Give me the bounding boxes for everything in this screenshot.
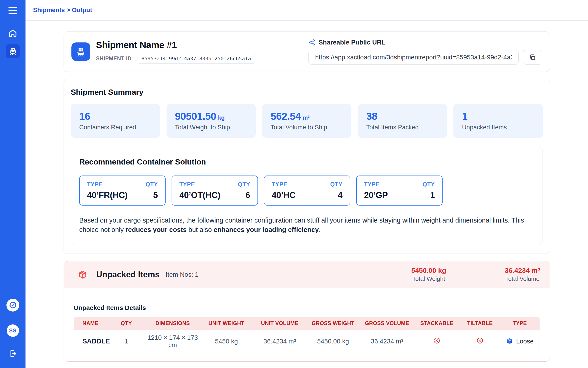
- column-header-qty: QTY: [106, 317, 146, 330]
- cube-icon: [506, 338, 513, 345]
- unpacked-items-title: Unpacked Items: [96, 270, 160, 279]
- container-type: 40’OT(HC): [179, 190, 220, 200]
- unpacked-item-count: Item Nos: 1: [166, 271, 198, 278]
- qty-label: QTY: [423, 181, 435, 188]
- container-qty: 6: [246, 190, 250, 200]
- column-header-name: NAME: [74, 317, 106, 330]
- breadcrumb[interactable]: Shipments > Output: [33, 7, 92, 14]
- cargo-ship-icon: [75, 46, 87, 57]
- copy-url-button[interactable]: [523, 50, 542, 65]
- stat-label: Total Items Packed: [366, 124, 447, 131]
- item-unit-volume: 36.4234 m³: [254, 330, 306, 353]
- total-weight-value: 5450.00 kg: [411, 267, 446, 274]
- stat-containers-required: 16 Containers Required: [71, 104, 160, 138]
- sidebar-item-home[interactable]: [6, 26, 20, 40]
- total-volume-value: 36.4234 m³: [505, 267, 540, 274]
- table-header-row: NAME QTY DIMENSIONS UNIT WEIGHT UNIT VOL…: [74, 317, 540, 330]
- stat-total-volume: 562.54m³ Total Volume to Ship: [262, 104, 351, 138]
- ship-icon: [8, 46, 18, 56]
- menu-hamburger-button[interactable]: [9, 7, 17, 14]
- total-weight-label: Total Weight: [411, 275, 446, 282]
- column-header-gross-weight: GROSS WEIGHT: [306, 317, 360, 330]
- description-bold: enhances your loading efficiency: [214, 226, 319, 233]
- container-type: 40’FR(HC): [87, 190, 127, 200]
- container-boxes: TYPEQTY 40’FR(HC)5 TYPEQTY 40’OT(HC)6 TY…: [79, 175, 534, 206]
- item-gross-weight: 5450.00 kg: [306, 330, 360, 353]
- container-option: TYPEQTY 40’HC4: [264, 175, 350, 206]
- shipment-id-value: 85953a14-99d2-4a37-833a-250f26c65a1a: [138, 54, 255, 64]
- stat-value: 1: [462, 110, 467, 122]
- hamburger-bar: [9, 7, 17, 8]
- copy-icon: [529, 54, 536, 61]
- item-name: SADDLE: [74, 330, 106, 353]
- top-bar: Shipments > Output: [26, 0, 588, 21]
- avatar-initials: SS: [9, 328, 17, 334]
- home-icon: [8, 28, 18, 38]
- table-row: SADDLE 1 1210 × 174 × 173 cm 5450 kg 36.…: [74, 330, 540, 353]
- share-url-label: Shareable Public URL: [318, 39, 386, 46]
- recommendation-description: Based on your cargo specifications, the …: [79, 216, 534, 234]
- shipment-title: Shipment Name #1: [96, 40, 255, 50]
- stat-value: 90501.50: [175, 110, 216, 122]
- container-type: 20’GP: [364, 190, 388, 200]
- stat-label: Total Volume to Ship: [270, 124, 351, 131]
- verified-badge-button[interactable]: [6, 299, 19, 312]
- sidebar: SS: [0, 0, 26, 368]
- container-option: TYPEQTY 40’FR(HC)5: [79, 175, 166, 206]
- badge-check-icon: [9, 301, 17, 309]
- item-dimensions: 1210 × 174 × 173 cm: [146, 330, 199, 353]
- item-type-label: Loose: [516, 338, 534, 345]
- total-volume-group: 36.4234 m³ Total Volume: [505, 267, 540, 282]
- stat-items-packed: 38 Total Items Packed: [358, 104, 447, 138]
- item-tiltable: [460, 330, 500, 353]
- item-type: Loose: [500, 330, 540, 353]
- stat-total-weight: 90501.50kg Total Weight to Ship: [166, 104, 256, 138]
- unpacked-items-table: NAME QTY DIMENSIONS UNIT WEIGHT UNIT VOL…: [74, 317, 540, 353]
- user-avatar[interactable]: SS: [7, 324, 19, 337]
- share-url-input[interactable]: [308, 50, 519, 65]
- stat-unpacked-items: 1 Unpacked Items: [453, 104, 543, 138]
- hamburger-bar: [9, 13, 17, 14]
- shipment-header-card: Shipment Name #1 SHIPMENT ID 85953a14-99…: [64, 31, 550, 72]
- qty-label: QTY: [146, 181, 158, 188]
- stat-label: Containers Required: [79, 124, 160, 131]
- share-icon: [308, 39, 315, 46]
- summary-stats: 16 Containers Required 90501.50kg Total …: [71, 104, 543, 138]
- container-qty: 1: [430, 190, 435, 200]
- container-qty: 5: [153, 190, 158, 200]
- logout-button[interactable]: [9, 349, 17, 358]
- qty-label: QTY: [330, 181, 342, 188]
- qty-label: QTY: [238, 181, 250, 188]
- circle-x-icon: [433, 337, 440, 344]
- item-stackable: [414, 330, 460, 353]
- shipment-id-label: SHIPMENT ID: [96, 55, 132, 62]
- type-label: TYPE: [272, 181, 287, 188]
- container-qty: 4: [338, 190, 342, 200]
- total-weight-group: 5450.00 kg Total Weight: [411, 267, 446, 282]
- shipment-logo: [71, 42, 90, 61]
- container-option: TYPEQTY 20’GP1: [356, 175, 443, 206]
- package-icon: [78, 270, 87, 279]
- shipment-summary-card: Shipment Summary 16 Containers Required …: [64, 79, 550, 254]
- hamburger-bar: [9, 10, 17, 11]
- stat-value: 562.54: [270, 110, 301, 122]
- column-header-tiltable: TILTABLE: [460, 317, 500, 330]
- recommendation-title: Recommended Container Solution: [79, 157, 534, 166]
- type-label: TYPE: [364, 181, 380, 188]
- column-header-gross-volume: GROSS VOLUME: [360, 317, 414, 330]
- stat-label: Total Weight to Ship: [175, 124, 256, 131]
- container-option: TYPEQTY 40’OT(HC)6: [172, 175, 258, 206]
- column-header-type: TYPE: [500, 317, 540, 330]
- description-text: but also: [186, 226, 214, 233]
- stat-unit: kg: [218, 114, 225, 121]
- stat-value: 16: [79, 110, 90, 122]
- circle-x-icon: [476, 337, 483, 344]
- type-label: TYPE: [87, 181, 103, 188]
- type-label: TYPE: [179, 181, 195, 188]
- sidebar-item-shipments[interactable]: [6, 44, 20, 58]
- logout-icon: [9, 349, 17, 358]
- stat-value: 38: [366, 110, 377, 122]
- total-volume-label: Total Volume: [505, 275, 540, 282]
- description-text: .: [319, 226, 321, 233]
- description-bold: reduces your costs: [126, 226, 187, 233]
